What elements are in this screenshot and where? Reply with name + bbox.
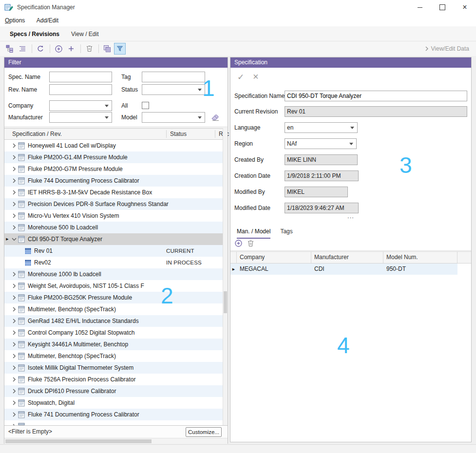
column-status[interactable]: Status bbox=[170, 129, 187, 139]
model-row[interactable]: ▶MEGACALCDI950-DT bbox=[230, 264, 457, 275]
expand-chevron-icon[interactable] bbox=[10, 329, 18, 337]
column-model-num[interactable]: Model Num. bbox=[383, 252, 457, 263]
add-model-button[interactable] bbox=[234, 239, 243, 249]
clear-filter-button[interactable] bbox=[209, 111, 222, 123]
expand-chevron-icon[interactable] bbox=[10, 364, 18, 372]
menu-add-edit[interactable]: Add/Edit bbox=[32, 15, 63, 26]
menu-options[interactable]: Options bbox=[0, 15, 30, 26]
spec-row[interactable]: Isotek Millik Digital Thermometer System bbox=[4, 362, 228, 374]
spec-row[interactable]: Fluke 741 Documenting Process Calibrator bbox=[4, 409, 228, 420]
expand-chevron-icon[interactable] bbox=[10, 270, 18, 278]
tab-tags[interactable]: Tags bbox=[280, 226, 292, 239]
spec-row[interactable]: Fluke 7526A Precision Process Calibrator bbox=[4, 374, 228, 385]
vertical-scrollbar-thumb[interactable] bbox=[224, 291, 227, 313]
column-specification-rev[interactable]: Specification / Rev. bbox=[12, 129, 62, 139]
spec-row[interactable]: Multimeter, Benchtop (SpecTrack) bbox=[4, 350, 228, 362]
spec-row[interactable]: GenRad 1482 E/H/L Inductance Standards bbox=[4, 315, 228, 327]
expand-chevron-icon[interactable] bbox=[10, 376, 18, 383]
delete-button[interactable] bbox=[83, 43, 95, 55]
region-dropdown[interactable]: NAf bbox=[285, 138, 357, 149]
manufacturer-dropdown[interactable] bbox=[49, 112, 112, 123]
indicator-column bbox=[230, 252, 237, 263]
expand-chevron-icon[interactable] bbox=[10, 317, 18, 325]
spec-row[interactable]: Multimeter, Benchtop (SpecTrack) bbox=[4, 303, 228, 315]
row-label: Fluke PM200-G7M Pressure Module bbox=[28, 166, 228, 172]
spec-row[interactable]: Fluke PM200-G1.4M Pressure Module bbox=[4, 151, 228, 163]
spec-row[interactable]: Keysight 34461A Multimeter, Benchtop bbox=[4, 339, 228, 350]
expand-chevron-icon[interactable] bbox=[10, 294, 18, 302]
revision-row[interactable]: Rev 01CURRENT bbox=[4, 245, 228, 257]
spec-row[interactable]: ▶CDI 950-DT Torque Analyzer bbox=[4, 233, 228, 245]
spec-row[interactable]: IET HRRS-B-3-1M-5kV Decade Resistance Bo… bbox=[4, 187, 228, 198]
tree-view-button[interactable] bbox=[4, 43, 16, 55]
spec-icon bbox=[18, 353, 25, 360]
tab-view-edit[interactable]: View / Edit bbox=[65, 27, 104, 41]
spec-row[interactable]: Druck DPI610 Pressure Calibrator bbox=[4, 385, 228, 397]
expand-chevron-icon[interactable] bbox=[10, 305, 18, 313]
expand-chevron-icon[interactable] bbox=[10, 165, 18, 173]
spec-row[interactable]: Weight Set, Avoirdupois, NIST 105-1 Clas… bbox=[4, 280, 228, 292]
add-button[interactable] bbox=[65, 43, 77, 55]
cancel-button[interactable]: × bbox=[253, 71, 259, 82]
spec-icon bbox=[18, 306, 25, 313]
spec-row[interactable]: Micro-Vu Vertex 410 Vision System bbox=[4, 210, 228, 222]
expand-chevron-icon[interactable] bbox=[10, 153, 18, 161]
spec-row[interactable]: Morehouse 1000 lb Loadcell bbox=[4, 268, 228, 280]
horizontal-scrollbar-thumb[interactable] bbox=[5, 439, 152, 443]
spec-row[interactable]: Fluke 744 Documenting Process Calibrator bbox=[4, 175, 228, 187]
minimize-button[interactable] bbox=[409, 0, 431, 15]
tag-input[interactable] bbox=[142, 72, 205, 82]
view-edit-data-link[interactable]: View/Edit Data bbox=[425, 41, 470, 56]
revision-row[interactable]: Rev02IN PROCESS bbox=[4, 257, 228, 268]
expand-chevron-icon[interactable] bbox=[10, 200, 18, 208]
expand-chevron-icon[interactable] bbox=[10, 352, 18, 360]
all-checkbox[interactable] bbox=[142, 102, 149, 109]
language-dropdown[interactable]: en bbox=[285, 122, 358, 133]
status-dropdown[interactable] bbox=[142, 84, 205, 95]
collapse-chevron-icon[interactable] bbox=[10, 235, 18, 243]
maximize-button[interactable] bbox=[431, 0, 454, 15]
expand-chevron-icon[interactable] bbox=[10, 411, 18, 418]
expand-chevron-icon[interactable] bbox=[10, 224, 18, 231]
company-dropdown[interactable] bbox=[49, 100, 112, 111]
row-status: IN PROCESS bbox=[166, 260, 202, 265]
delete-model-button[interactable] bbox=[247, 240, 254, 249]
spec-row[interactable]: Honeywell 41 Load Cell w/Display bbox=[4, 140, 228, 151]
customize-button[interactable]: Customize... bbox=[186, 427, 222, 437]
spec-name-input[interactable] bbox=[49, 72, 112, 82]
tab-man-model[interactable]: Man. / Model bbox=[237, 226, 270, 239]
copy-grid-button[interactable] bbox=[101, 43, 113, 55]
expand-chevron-icon[interactable] bbox=[10, 189, 18, 196]
close-button[interactable]: × bbox=[454, 0, 476, 15]
expand-chevron-icon[interactable] bbox=[10, 212, 18, 220]
column-separator bbox=[166, 130, 167, 138]
column-manufacturer[interactable]: Manufacturer bbox=[311, 252, 383, 263]
spec-row[interactable]: Fluke PM200-G7M Pressure Module bbox=[4, 163, 228, 175]
refresh-button[interactable] bbox=[35, 43, 46, 55]
spec-row[interactable]: Control Company 1052 Digital Stopwatch bbox=[4, 327, 228, 339]
expand-chevron-icon[interactable] bbox=[10, 387, 18, 395]
spec-row[interactable]: Stopwatch, Digital bbox=[4, 397, 228, 409]
filter-icon bbox=[116, 45, 124, 53]
spec-row[interactable]: Fluke PM200-BG250K Pressure Module bbox=[4, 292, 228, 303]
expand-chevron-icon[interactable] bbox=[10, 142, 18, 150]
expand-chevron-icon[interactable] bbox=[10, 282, 18, 290]
expand-chevron-icon[interactable] bbox=[10, 399, 18, 407]
add-spec-button[interactable] bbox=[53, 43, 64, 55]
horizontal-scrollbar[interactable] bbox=[4, 438, 228, 444]
splitter-grip[interactable]: ... bbox=[230, 212, 471, 220]
expand-chevron-icon[interactable] bbox=[10, 177, 18, 185]
column-company[interactable]: Company bbox=[237, 252, 311, 263]
accept-button[interactable]: ✓ bbox=[237, 72, 244, 82]
tab-specs-revisions[interactable]: Specs / Revisions bbox=[4, 27, 65, 41]
filter-button[interactable] bbox=[114, 43, 126, 55]
vertical-scrollbar[interactable] bbox=[223, 128, 228, 425]
spec-row[interactable]: Precision Devices PDR-8 Surface Roughnes… bbox=[4, 198, 228, 210]
specification-name-input[interactable] bbox=[285, 91, 467, 101]
expand-chevron-icon[interactable] bbox=[10, 340, 18, 348]
expand-rows-button[interactable] bbox=[17, 43, 28, 55]
model-dropdown[interactable] bbox=[142, 112, 205, 123]
spec-row[interactable]: Morehouse 500 lb Loadcell bbox=[4, 222, 228, 233]
rev-name-input[interactable] bbox=[49, 84, 112, 95]
add-model-icon bbox=[234, 239, 243, 247]
